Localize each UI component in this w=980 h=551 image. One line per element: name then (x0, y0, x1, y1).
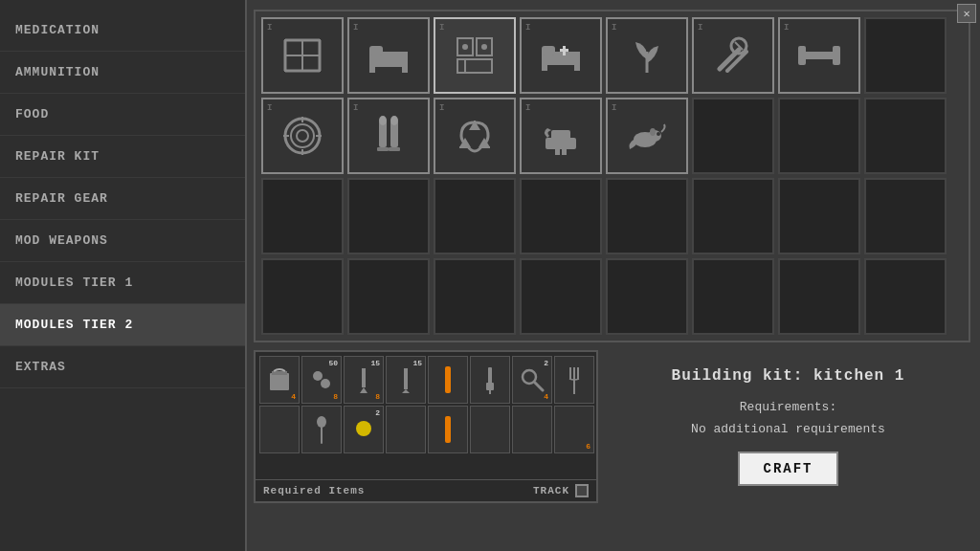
item-title: Building kit: kitchen 1 (672, 367, 905, 385)
svg-point-31 (291, 124, 314, 147)
bucket-icon (266, 365, 293, 394)
req-item-spatula[interactable] (470, 356, 510, 404)
svg-point-15 (462, 44, 468, 50)
req-item-fork[interactable] (554, 356, 594, 404)
req-item-ball[interactable]: 2 (344, 406, 384, 453)
grid-cell-1-1[interactable]: I (347, 98, 430, 174)
req-item-empty-2[interactable] (386, 406, 426, 453)
target-icon (279, 113, 325, 159)
sidebar-item-medication[interactable]: MEDICATION (0, 10, 245, 52)
grid-cell-2-0[interactable] (261, 178, 344, 254)
grid-cell-1-6[interactable] (778, 98, 860, 174)
grid-cell-2-6[interactable] (778, 178, 860, 254)
crate-icon (279, 33, 325, 78)
sidebar-item-ammunition[interactable]: AMMUNITION (0, 52, 245, 94)
requirements-section: Requirements: No additional requirements (691, 396, 885, 441)
svg-point-40 (390, 116, 398, 125)
grid-cell-1-3[interactable]: I (520, 98, 602, 174)
svg-rect-42 (389, 147, 400, 151)
grid-cell-1-7[interactable] (864, 98, 947, 174)
requirements-text: No additional requirements (691, 418, 885, 440)
req-item-screws[interactable]: 50 8 (301, 356, 342, 404)
grid-cell-3-6[interactable] (778, 258, 860, 335)
pipe-icon (443, 365, 453, 394)
anvil-icon (538, 113, 584, 159)
spatula-icon (484, 365, 496, 394)
grid-cell-3-1[interactable] (347, 258, 430, 335)
fork-icon (567, 365, 582, 394)
grid-cell-0-6[interactable]: I (778, 17, 860, 94)
req-item-pipe[interactable] (428, 356, 468, 404)
grid-cell-0-3[interactable]: I (520, 17, 602, 94)
req-item-bucket[interactable]: 4 (259, 356, 300, 404)
sidebar-item-modules-tier-2[interactable]: MODULES TIER 2 (0, 304, 245, 346)
req-item-magnifier[interactable]: 2 4 (512, 356, 552, 404)
grid-cell-2-7[interactable] (864, 178, 947, 254)
grid-cell-3-5[interactable] (692, 258, 774, 335)
req-item-nails[interactable]: 15 8 (344, 356, 384, 404)
svg-point-53 (313, 371, 323, 381)
screws-icon (310, 368, 333, 391)
grid-cell-0-7[interactable] (864, 17, 947, 94)
svg-rect-46 (562, 149, 567, 155)
svg-rect-28 (798, 46, 806, 65)
sidebar-item-repair-kit[interactable]: REPAIR KIT (0, 136, 245, 178)
grid-cell-0-4[interactable]: I (606, 17, 688, 94)
grid-cell-3-4[interactable] (606, 258, 688, 335)
tools-icon (710, 33, 756, 78)
svg-rect-10 (402, 67, 408, 73)
grid-cell-2-1[interactable] (347, 178, 430, 254)
wood-plank-icon (396, 366, 415, 393)
svg-point-32 (297, 130, 308, 142)
grid-cell-3-3[interactable] (520, 258, 602, 335)
svg-rect-67 (573, 367, 575, 379)
req-item-spoon[interactable] (301, 406, 342, 453)
req-item-empty-5[interactable]: 6 (554, 406, 594, 453)
grid-cell-2-4[interactable] (606, 178, 688, 254)
plant-icon (624, 33, 670, 78)
svg-rect-20 (574, 65, 580, 71)
sidebar-item-modules-tier-1[interactable]: MODULES TIER 1 (0, 262, 245, 304)
grid-cell-3-7[interactable] (864, 258, 947, 335)
svg-rect-9 (369, 67, 375, 73)
grid-cell-3-2[interactable] (434, 258, 516, 335)
sidebar-item-food[interactable]: FOOD (0, 94, 245, 136)
grid-cell-1-0[interactable]: I (261, 98, 344, 174)
grid-cell-0-0[interactable]: I (261, 17, 344, 94)
grid-cell-0-2[interactable]: I (434, 17, 516, 94)
track-checkbox[interactable] (575, 484, 589, 497)
main-content: I I I (254, 10, 970, 541)
svg-line-64 (535, 383, 543, 390)
req-item-orange-pipe[interactable] (428, 406, 468, 453)
svg-rect-59 (445, 366, 451, 393)
required-items-grid: 4 50 8 15 8 (256, 352, 596, 479)
svg-rect-66 (569, 367, 571, 379)
sidebar-item-extras[interactable]: EXTRAS (0, 346, 245, 388)
sidebar-item-repair-gear[interactable]: REPAIR GEAR (0, 178, 245, 220)
svg-rect-57 (404, 368, 408, 389)
req-item-empty-4[interactable] (512, 406, 552, 453)
required-items-footer: Required Items TRACK (256, 479, 596, 501)
svg-point-39 (379, 116, 387, 125)
grid-cell-2-5[interactable] (692, 178, 774, 254)
svg-point-71 (356, 421, 371, 436)
grid-cell-2-3[interactable] (520, 178, 602, 254)
req-item-empty-3[interactable] (470, 406, 510, 453)
grid-cell-3-0[interactable] (261, 258, 344, 335)
grid-cell-1-2[interactable]: I (434, 98, 516, 174)
close-button[interactable]: ✕ (957, 4, 976, 23)
medical-bed-icon (538, 33, 584, 78)
req-item-wood[interactable]: 15 (386, 356, 426, 404)
kitchen-icon (452, 33, 498, 78)
svg-point-54 (321, 379, 330, 388)
grid-cell-1-4[interactable]: I (606, 98, 688, 174)
craft-button[interactable]: CRAFT (738, 452, 837, 486)
grid-cell-1-5[interactable] (692, 98, 774, 174)
grid-cell-0-1[interactable]: I (347, 17, 430, 94)
grid-cell-2-2[interactable] (434, 178, 516, 254)
track-section: TRACK (533, 484, 589, 497)
sidebar-item-mod-weapons[interactable]: MOD WEAPONS (0, 220, 245, 262)
req-item-empty-1[interactable] (259, 406, 300, 453)
svg-rect-19 (542, 65, 547, 71)
grid-cell-0-5[interactable]: I (692, 17, 774, 94)
